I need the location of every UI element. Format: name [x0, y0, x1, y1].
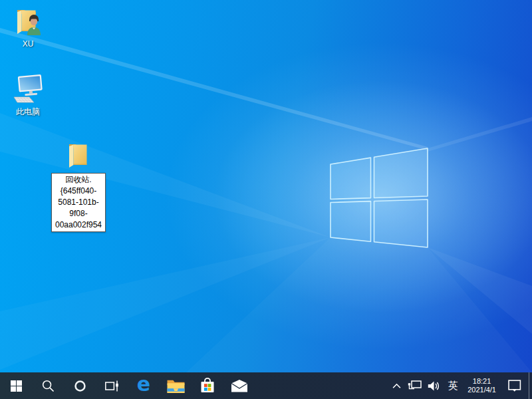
desktop-icon-this-pc[interactable]: 此电脑	[3, 73, 53, 116]
clock-time: 18:21	[473, 377, 491, 386]
desktop[interactable]: XU 此电脑	[0, 0, 532, 372]
action-center-button[interactable]	[501, 372, 529, 399]
rename-line: 00aa002f954	[52, 219, 105, 231]
icon-label-this-pc: 此电脑	[16, 107, 40, 116]
store-bag-icon	[200, 377, 215, 394]
action-center-icon	[508, 380, 521, 392]
store-button[interactable]	[192, 372, 223, 399]
clock[interactable]: 18:21 2021/4/1	[463, 372, 501, 399]
edge-icon: e	[137, 374, 150, 394]
edge-button[interactable]: e	[128, 372, 160, 399]
task-view-button[interactable]	[96, 372, 128, 399]
icon-rename-input[interactable]: 回收站. {645ff040- 5081-101b- 9f08- 00aa002…	[51, 173, 106, 232]
system-tray: 英 18:21 2021/4/1	[388, 372, 532, 399]
speaker-icon	[428, 380, 440, 392]
chevron-up-icon	[392, 383, 401, 389]
rename-line: {645ff040-	[52, 186, 105, 197]
ime-label: 英	[448, 380, 458, 392]
task-view-icon	[105, 380, 119, 392]
user-folder-icon	[12, 5, 44, 37]
mail-envelope-icon	[231, 379, 248, 393]
hidden-icons-button[interactable]	[388, 372, 405, 399]
rename-line: 回收站.	[52, 174, 105, 186]
folder-icon	[167, 378, 185, 394]
cortana-ring-icon	[74, 380, 86, 392]
this-pc-icon	[11, 73, 45, 105]
windows-logo-icon	[11, 380, 22, 392]
taskbar: e	[0, 372, 532, 399]
ime-indicator[interactable]: 英	[443, 372, 463, 399]
desktop-icon-user-folder[interactable]: XU	[3, 5, 53, 49]
windows-desktop-screen: XU 此电脑	[0, 0, 532, 399]
mail-button[interactable]	[223, 372, 255, 399]
show-desktop-button[interactable]	[529, 372, 532, 399]
file-explorer-button[interactable]	[160, 372, 192, 399]
ethernet-icon	[408, 380, 422, 391]
folder-icon	[65, 141, 92, 169]
icon-label-user-folder: XU	[23, 39, 34, 49]
search-button[interactable]	[32, 372, 64, 399]
start-button[interactable]	[0, 372, 32, 399]
clock-date: 2021/4/1	[467, 386, 496, 394]
cortana-button[interactable]	[64, 372, 96, 399]
rename-line: 9f08-	[52, 208, 105, 219]
network-button[interactable]	[405, 372, 424, 399]
volume-button[interactable]	[424, 372, 443, 399]
search-icon	[42, 380, 55, 392]
rename-line: 5081-101b-	[52, 197, 105, 208]
desktop-icon-renamed-folder[interactable]: 回收站. {645ff040- 5081-101b- 9f08- 00aa002…	[53, 141, 104, 232]
